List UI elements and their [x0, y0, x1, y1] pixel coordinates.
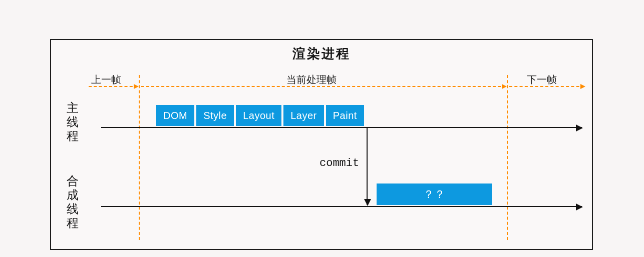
- frame-boundary-start: [139, 75, 140, 240]
- frame-span-next: [509, 86, 584, 87]
- frame-span-prev: [89, 86, 138, 87]
- stage-paint: Paint: [326, 105, 364, 126]
- stage-layout: Layout: [236, 105, 281, 126]
- stage-dom: DOM: [156, 105, 194, 126]
- frame-label-next: 下一帧: [527, 73, 557, 86]
- frame-label-prev: 上一帧: [91, 73, 121, 86]
- main-thread-label: 主线程: [66, 101, 79, 143]
- diagram-canvas: 渲染进程 上一帧 当前处理帧 下一帧 主线程 DOM Style Layout …: [0, 0, 644, 257]
- compositor-task-box: ？？: [377, 184, 492, 205]
- pipeline-stages: DOM Style Layout Layer Paint: [156, 105, 364, 126]
- compositor-thread-axis: [101, 206, 582, 207]
- stage-style: Style: [196, 105, 234, 126]
- frame-label-current: 当前处理帧: [286, 73, 337, 86]
- commit-label: commit: [319, 157, 359, 170]
- diagram-title: 渲染进程: [51, 45, 592, 62]
- compositor-thread-label: 合成线程: [66, 174, 79, 230]
- render-process-frame: 渲染进程 上一帧 当前处理帧 下一帧 主线程 DOM Style Layout …: [50, 39, 593, 250]
- frame-span-current: [141, 86, 506, 87]
- stage-layer: Layer: [283, 105, 324, 126]
- commit-arrow: [367, 128, 368, 205]
- frame-boundary-end: [507, 75, 508, 240]
- main-thread-axis: [101, 127, 582, 128]
